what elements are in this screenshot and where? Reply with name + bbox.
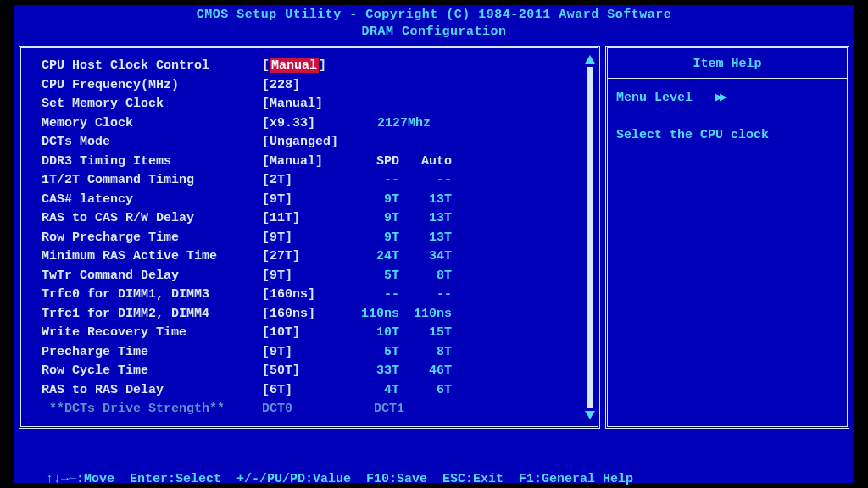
setting-label: DCTs Mode (42, 133, 262, 152)
main-row: CPU Host Clock Control[Manual]CPU Freque… (14, 46, 854, 429)
setting-row[interactable]: CPU Host Clock Control[Manual] (42, 57, 452, 76)
setting-label: Write Recovery Time (42, 324, 262, 343)
setting-label: Set Memory Clock (42, 95, 262, 114)
setting-value[interactable]: [11T] (262, 209, 347, 229)
scrollbar[interactable] (586, 55, 594, 419)
spd-value (347, 95, 399, 114)
setting-row[interactable]: Minimum RAS Active Time[27T]24T34T (42, 247, 452, 267)
setting-label: CPU Host Clock Control (42, 57, 262, 76)
setting-row[interactable]: Trfc0 for DIMM1, DIMM3[160ns]---- (42, 286, 452, 305)
setting-row[interactable]: DCTs Mode[Unganged] (42, 133, 452, 152)
setting-value[interactable]: [9T] (262, 343, 347, 363)
auto-header: Auto (399, 152, 452, 172)
setting-row[interactable]: Row Cycle Time[50T]33T46T (42, 362, 452, 381)
scroll-track[interactable] (587, 67, 593, 408)
setting-value[interactable]: [Manual] (262, 152, 347, 172)
help-body: Menu Level ▶▶ Select the CPU clock (608, 79, 847, 155)
help-title: Item Help (608, 48, 847, 79)
auto-value: 13T (399, 191, 452, 210)
menu-level-arrows-icon: ▶▶ (715, 91, 724, 105)
setting-value[interactable]: [x9.33] (262, 114, 347, 134)
setting-value[interactable]: [9T] (262, 267, 347, 286)
setting-value[interactable]: [2T] (262, 171, 347, 191)
setting-row[interactable]: CAS# latency[9T]9T13T (42, 191, 452, 210)
setting-row-disabled: **DCTs Drive Strength**DCT0DCT1 (42, 400, 452, 419)
settings-panel: CPU Host Clock Control[Manual]CPU Freque… (19, 46, 600, 429)
setting-value[interactable]: [Manual] (262, 95, 347, 114)
selected-value[interactable]: Manual (270, 58, 319, 73)
setting-label: CAS# latency (42, 191, 262, 210)
settings-list[interactable]: CPU Host Clock Control[Manual]CPU Freque… (21, 48, 452, 426)
setting-row[interactable]: Memory Clock[x9.33]2127Mhz (42, 114, 452, 134)
auto-value: 15T (399, 324, 452, 343)
setting-value[interactable]: [10T] (262, 324, 347, 343)
setting-label: Row Precharge Time (42, 229, 262, 248)
spd-value: -- (347, 286, 399, 305)
footer-line-1: ↑↓→←:Move Enter:Select +/-/PU/PD:Value F… (46, 471, 854, 488)
dct1-label: DCT1 (347, 400, 431, 419)
setting-row[interactable]: RAS to CAS R/W Delay[11T]9T13T (42, 209, 452, 229)
auto-value: 13T (399, 229, 452, 248)
setting-label: Row Cycle Time (42, 362, 262, 381)
auto-value: 6T (399, 381, 452, 401)
setting-value[interactable]: [9T] (262, 229, 347, 248)
auto-value (399, 57, 452, 76)
auto-value: -- (399, 286, 452, 305)
setting-row[interactable]: DDR3 Timing Items[Manual]SPDAuto (42, 152, 452, 172)
setting-label: 1T/2T Command Timing (42, 171, 262, 191)
computed-clock: 2127Mhz (377, 114, 431, 134)
spd-value: 5T (347, 267, 399, 286)
menu-level-label: Menu Level (616, 91, 693, 105)
setting-row[interactable]: Set Memory Clock[Manual] (42, 95, 452, 114)
dct0-label: DCT0 (262, 400, 347, 419)
setting-row[interactable]: Row Precharge Time[9T]9T13T (42, 229, 452, 248)
setting-label: CPU Frequency(MHz) (42, 76, 262, 96)
setting-row[interactable]: TwTr Command Delay[9T]5T8T (42, 267, 452, 286)
spd-value: 33T (347, 362, 399, 381)
setting-row[interactable]: Trfc1 for DIMM2, DIMM4[160ns]110ns110ns (42, 305, 452, 324)
help-description: Select the CPU clock (616, 126, 838, 145)
setting-label: Trfc1 for DIMM2, DIMM4 (42, 305, 262, 324)
setting-label: DDR3 Timing Items (42, 152, 262, 172)
setting-row[interactable]: Precharge Time[9T]5T8T (42, 343, 452, 363)
setting-label: TwTr Command Delay (42, 267, 262, 286)
setting-label: RAS to RAS Delay (42, 381, 262, 401)
menu-level-row: Menu Level ▶▶ (616, 89, 838, 108)
auto-value (399, 133, 452, 152)
spd-value: -- (347, 171, 399, 191)
bios-screen: CMOS Setup Utility - Copyright (C) 1984-… (14, 5, 854, 483)
setting-value[interactable]: [6T] (262, 381, 347, 401)
help-panel: Item Help Menu Level ▶▶ Select the CPU c… (605, 46, 849, 429)
setting-row[interactable]: RAS to RAS Delay[6T]4T6T (42, 381, 452, 401)
setting-label: Minimum RAS Active Time (42, 247, 262, 267)
setting-value[interactable]: [160ns] (262, 305, 347, 324)
setting-row[interactable]: Write Recovery Time[10T]10T15T (42, 324, 452, 343)
auto-value: 13T (399, 209, 452, 229)
spd-value: 10T (347, 324, 399, 343)
spd-value (347, 76, 399, 96)
auto-value: -- (399, 171, 452, 191)
auto-value (399, 95, 452, 114)
scroll-down-icon[interactable] (585, 411, 595, 419)
auto-value (399, 76, 452, 96)
scroll-up-icon[interactable] (585, 55, 595, 64)
setting-value[interactable]: [Unganged] (262, 133, 347, 152)
spd-value: 110ns (347, 305, 399, 324)
setting-label: Precharge Time (42, 343, 262, 363)
spd-header: SPD (347, 152, 399, 172)
setting-value[interactable]: [9T] (262, 191, 347, 210)
spd-value: 4T (347, 381, 399, 401)
setting-row[interactable]: 1T/2T Command Timing[2T]---- (42, 171, 452, 191)
setting-value[interactable]: [160ns] (262, 286, 347, 305)
header: CMOS Setup Utility - Copyright (C) 1984-… (14, 5, 854, 46)
setting-value[interactable]: [Manual] (262, 57, 347, 76)
auto-value: 34T (399, 247, 452, 267)
setting-label: **DCTs Drive Strength** (42, 400, 262, 419)
setting-label: RAS to CAS R/W Delay (42, 209, 262, 229)
spd-value: 24T (347, 247, 399, 267)
setting-row[interactable]: CPU Frequency(MHz)[228] (42, 76, 452, 96)
setting-value[interactable]: [50T] (262, 362, 347, 381)
auto-value: 8T (399, 267, 452, 286)
setting-value[interactable]: [228] (262, 76, 347, 96)
setting-value[interactable]: [27T] (262, 247, 347, 267)
